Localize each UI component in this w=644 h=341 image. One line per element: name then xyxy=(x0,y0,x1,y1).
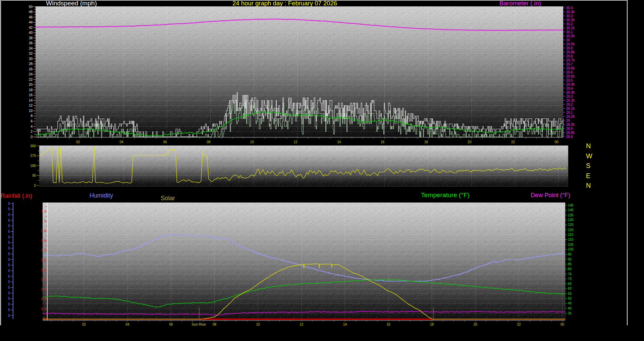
svg-text:29.55: 29.55 xyxy=(566,74,575,78)
svg-text:14: 14 xyxy=(29,99,33,102)
svg-text:16: 16 xyxy=(386,323,390,326)
svg-text:5: 5 xyxy=(8,207,10,211)
svg-text:18: 18 xyxy=(29,88,33,92)
svg-text:60: 60 xyxy=(568,287,572,290)
svg-text:0.4: 0.4 xyxy=(41,278,46,282)
svg-text:45: 45 xyxy=(568,301,572,305)
svg-text:140: 140 xyxy=(568,208,574,212)
svg-text:29.2: 29.2 xyxy=(566,103,573,106)
svg-text:30.15: 30.15 xyxy=(566,26,575,30)
svg-text:30.2: 30.2 xyxy=(566,22,573,26)
svg-text:00: 00 xyxy=(555,140,559,144)
svg-text:5: 5 xyxy=(8,252,10,256)
svg-text:0: 0 xyxy=(8,291,10,295)
svg-text:29.5: 29.5 xyxy=(566,78,573,82)
svg-text:24: 24 xyxy=(29,72,33,76)
svg-text:30.05: 30.05 xyxy=(566,34,575,38)
svg-text:N: N xyxy=(586,142,591,150)
svg-text:0.2: 0.2 xyxy=(41,297,46,301)
svg-text:105: 105 xyxy=(568,243,574,246)
svg-text:04: 04 xyxy=(120,140,124,144)
svg-text:65: 65 xyxy=(568,282,572,286)
svg-text:360: 360 xyxy=(30,144,36,148)
svg-text:06: 06 xyxy=(163,140,167,144)
svg-text:E: E xyxy=(586,172,590,179)
svg-text:16: 16 xyxy=(381,140,385,144)
svg-text:29.7: 29.7 xyxy=(566,62,573,66)
svg-text:0.3: 0.3 xyxy=(41,288,46,291)
svg-text:130: 130 xyxy=(568,218,574,222)
svg-text:S: S xyxy=(586,162,590,169)
svg-text:90: 90 xyxy=(568,258,572,261)
svg-text:0: 0 xyxy=(31,135,33,139)
svg-text:29.75: 29.75 xyxy=(566,58,575,62)
svg-text:29.1: 29.1 xyxy=(566,111,573,114)
svg-text:70: 70 xyxy=(568,277,572,281)
svg-text:29.25: 29.25 xyxy=(566,99,575,102)
svg-text:28.95: 28.95 xyxy=(566,123,575,126)
svg-text:30: 30 xyxy=(29,57,33,61)
svg-text:0: 0 xyxy=(8,269,10,273)
svg-text:0.9: 0.9 xyxy=(41,229,46,233)
svg-text:28.8: 28.8 xyxy=(566,135,573,138)
svg-text:40: 40 xyxy=(568,306,572,310)
svg-text:W: W xyxy=(586,152,592,160)
svg-text:Temperature (°F): Temperature (°F) xyxy=(421,191,470,198)
svg-text:42: 42 xyxy=(29,26,33,30)
svg-text:46: 46 xyxy=(29,15,33,19)
svg-text:0: 0 xyxy=(8,246,10,250)
svg-text:04: 04 xyxy=(125,323,129,326)
svg-text:95: 95 xyxy=(568,252,572,256)
svg-text:115: 115 xyxy=(568,233,573,236)
svg-text:0: 0 xyxy=(43,317,45,321)
svg-text:16: 16 xyxy=(29,93,33,97)
svg-text:0.1: 0.1 xyxy=(41,307,46,311)
svg-text:0.6: 0.6 xyxy=(41,258,46,262)
svg-text:28: 28 xyxy=(29,62,33,66)
svg-text:14: 14 xyxy=(337,140,341,144)
svg-text:18: 18 xyxy=(424,140,428,144)
svg-text:12: 12 xyxy=(300,323,304,326)
svg-text:22: 22 xyxy=(511,140,515,144)
svg-text:30.25: 30.25 xyxy=(566,18,575,22)
svg-text:29.05: 29.05 xyxy=(566,115,575,118)
svg-text:5: 5 xyxy=(8,263,10,267)
svg-text:29.95: 29.95 xyxy=(566,42,575,46)
svg-text:55: 55 xyxy=(568,292,572,295)
svg-text:29.85: 29.85 xyxy=(566,50,575,54)
svg-text:20: 20 xyxy=(474,323,478,326)
svg-text:08: 08 xyxy=(207,140,211,144)
svg-text:20: 20 xyxy=(468,140,472,144)
svg-text:0: 0 xyxy=(8,235,10,239)
svg-text:29.45: 29.45 xyxy=(566,82,575,86)
svg-text:180: 180 xyxy=(30,164,36,168)
svg-text:0: 0 xyxy=(8,258,10,262)
svg-text:29.15: 29.15 xyxy=(566,107,575,110)
svg-text:24 hour graph day : February 0: 24 hour graph day : February 07 2026 xyxy=(232,0,337,7)
svg-text:5: 5 xyxy=(8,308,10,312)
svg-text:2: 2 xyxy=(31,130,33,133)
svg-text:1: 1 xyxy=(44,219,46,223)
svg-text:22: 22 xyxy=(517,323,521,326)
svg-text:28.85: 28.85 xyxy=(566,131,575,134)
svg-text:75: 75 xyxy=(568,272,572,276)
svg-text:10: 10 xyxy=(29,109,33,113)
svg-text:36: 36 xyxy=(29,41,33,45)
svg-text:50: 50 xyxy=(568,297,572,300)
svg-text:29: 29 xyxy=(566,119,570,122)
svg-text:30.1: 30.1 xyxy=(566,30,573,34)
svg-text:50: 50 xyxy=(29,5,33,9)
svg-text:120: 120 xyxy=(568,228,574,232)
svg-text:5: 5 xyxy=(8,275,10,278)
svg-text:0: 0 xyxy=(8,302,10,306)
svg-text:Humidity: Humidity xyxy=(90,192,113,199)
svg-text:0.8: 0.8 xyxy=(41,239,46,242)
svg-text:135: 135 xyxy=(568,213,574,217)
svg-text:29.35: 29.35 xyxy=(566,91,575,94)
svg-text:06: 06 xyxy=(169,323,173,326)
svg-text:29.65: 29.65 xyxy=(566,66,575,70)
svg-text:12: 12 xyxy=(294,140,298,144)
svg-text:28.9: 28.9 xyxy=(566,127,573,130)
svg-text:26: 26 xyxy=(29,67,33,71)
svg-text:44: 44 xyxy=(29,20,33,24)
